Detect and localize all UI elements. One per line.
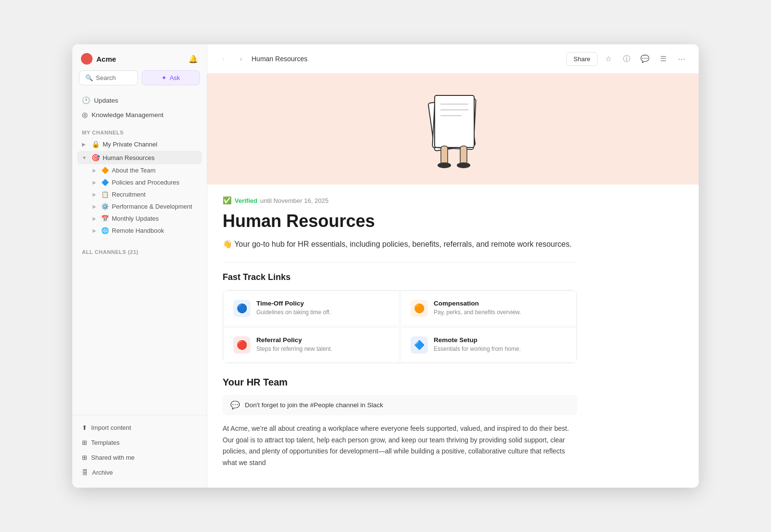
sub-icon-remote: 🌐 [101,227,109,234]
nav-item-updates[interactable]: 🕐 Updates [77,93,202,107]
remote-setup-icon: 🔷 [414,340,425,350]
channel-item-private[interactable]: ▶ 🔒 My Private Channel [77,137,202,151]
sub-expand-recruitment: ▶ [93,192,98,197]
timeoff-icon-wrap: 🔵 [233,300,251,317]
card-remote[interactable]: 🔷 Remote Setup Essentials for working fr… [400,327,577,363]
sub-icon-perf: ⚙️ [101,203,109,210]
sub-icon-policies: 🔷 [101,179,109,186]
hero-illustration [405,86,501,173]
hero-banner [207,74,699,185]
sub-icon-about: 🔶 [101,167,109,174]
fast-track-title: Fast Track Links [223,272,577,282]
expand-icon-private: ▶ [82,142,89,147]
content-body: ✅ Verified until November 16, 2025 Human… [207,185,593,488]
sub-expand-policies: ▶ [93,180,98,185]
lock-icon: 🔒 [92,140,100,148]
ask-label: Ask [170,74,180,81]
timeoff-icon: 🔵 [237,303,247,314]
card-comp-title: Compensation [434,300,521,307]
page-subtitle: 👋 Your go-to hub for HR essentials, incl… [223,238,577,251]
templates-item[interactable]: ⊞ Templates [77,435,202,450]
knowledge-icon: ◎ [82,111,88,119]
app-name: Acme [96,55,116,63]
more-button[interactable]: ⋯ [674,51,689,66]
back-button[interactable]: ‹ [217,52,230,66]
card-remote-text: Remote Setup Essentials for working from… [434,336,521,353]
svg-rect-12 [441,146,448,164]
my-channels-label: MY CHANNELS [72,124,207,137]
templates-icon: ⊞ [82,439,87,446]
card-referral-text: Referral Policy Steps for referring new … [256,336,332,353]
svg-rect-13 [460,146,467,164]
card-comp-desc: Pay, perks, and benefits overview. [434,308,521,317]
hr-team-section: Your HR Team 💬 Don't forget to join the … [223,377,577,469]
archive-item[interactable]: 🗄 Archive [77,465,202,480]
channel-label-hr: Human Resources [103,154,155,161]
app-logo: Acme [81,53,116,65]
sub-label-perf: Performance & Development [112,203,192,210]
forward-button[interactable]: › [234,52,248,66]
breadcrumb: Human Resources [252,55,307,63]
comment-button[interactable]: 💬 [637,51,652,66]
archive-icon: 🗄 [82,469,88,476]
search-ask-row: 🔍 Search ✦ Ask [72,70,207,91]
referral-icon-wrap: 🔴 [233,336,251,354]
shared-with-me-item[interactable]: ⊞ Shared with me [77,450,202,465]
main-content: ‹ › Human Resources Share ☆ ⓘ 💬 ☰ ⋯ [207,44,699,488]
sub-label-about: About the Team [112,167,156,174]
referral-icon: 🔴 [237,340,247,350]
info-button[interactable]: ⓘ [619,51,634,66]
slack-callout: 💬 Don't forget to join the #People chann… [223,395,577,415]
share-button[interactable]: Share [566,52,598,66]
card-referral-desc: Steps for referring new talent. [256,345,332,353]
archive-label: Archive [92,469,113,476]
remote-icon-wrap: 🔷 [411,336,428,354]
sidebar-bottom: ⬆ Import content ⊞ Templates ⊞ Shared wi… [72,415,207,488]
star-button[interactable]: ☆ [600,51,616,66]
hr-team-title: Your HR Team [223,377,577,388]
bell-icon[interactable]: 🔔 [188,54,198,64]
card-remote-desc: Essentials for working from home. [434,345,521,353]
verified-label: Verified [235,197,257,204]
sub-label-remote: Remote Handbook [112,227,164,234]
channel-item-hr[interactable]: ▼ 🎯 Human Resources [77,151,202,164]
card-timeoff-desc: Guidelines on taking time off. [256,308,331,317]
card-timeoff-text: Time-Off Policy Guidelines on taking tim… [256,300,331,317]
comp-icon-wrap: 🟠 [411,300,428,317]
search-label: Search [96,74,116,81]
search-icon: 🔍 [85,74,93,81]
card-remote-title: Remote Setup [434,336,521,344]
content-area: ✅ Verified until November 16, 2025 Human… [207,74,699,488]
menu-button[interactable]: ☰ [655,51,671,66]
divider-1 [223,262,577,263]
import-content-item[interactable]: ⬆ Import content [77,420,202,435]
nav-item-knowledge[interactable]: ◎ Knowledge Management [77,107,202,122]
card-referral[interactable]: 🔴 Referral Policy Steps for referring ne… [223,327,399,363]
sub-channel-monthly[interactable]: ▶ 📅 Monthly Updates [77,213,202,225]
channels-list: ▶ 🔒 My Private Channel ▼ 🎯 Human Resourc… [72,137,207,237]
sub-channel-policies[interactable]: ▶ 🔷 Policies and Procedures [77,176,202,188]
sub-channel-remote[interactable]: ▶ 🌐 Remote Handbook [77,225,202,237]
ask-button[interactable]: ✦ Ask [142,70,200,85]
svg-rect-8 [435,95,474,147]
page-title: Human Resources [223,211,577,231]
sub-channel-about[interactable]: ▶ 🔶 About the Team [77,164,202,176]
verified-check-icon: ✅ [223,196,232,205]
search-button[interactable]: 🔍 Search [79,70,138,85]
shared-label: Shared with me [91,454,134,461]
topbar: ‹ › Human Resources Share ☆ ⓘ 💬 ☰ ⋯ [207,44,699,74]
nav-label-updates: Updates [94,97,118,104]
comp-icon: 🟠 [414,303,425,314]
sub-icon-monthly: 📅 [101,215,109,222]
sub-channel-recruitment[interactable]: ▶ 📋 Recruitment [77,188,202,200]
sub-channel-perf[interactable]: ▶ ⚙️ Performance & Development [77,200,202,213]
card-comp-text: Compensation Pay, perks, and benefits ov… [434,300,521,317]
shared-icon: ⊞ [82,454,87,461]
sub-label-monthly: Monthly Updates [112,215,159,222]
sub-label-policies: Policies and Procedures [112,179,179,186]
sub-label-recruitment: Recruitment [112,191,146,198]
slack-icon: 💬 [230,400,240,410]
card-timeoff[interactable]: 🔵 Time-Off Policy Guidelines on taking t… [223,291,399,326]
card-compensation[interactable]: 🟠 Compensation Pay, perks, and benefits … [400,291,577,326]
svg-point-14 [438,162,451,168]
